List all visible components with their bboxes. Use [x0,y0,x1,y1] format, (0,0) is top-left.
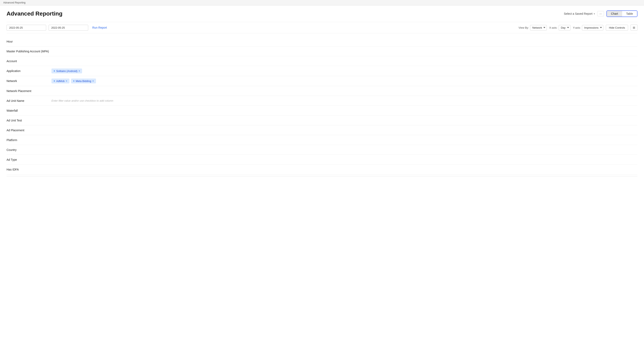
plus-icon: + [73,79,75,83]
filter-value-area: Enter filter value and/or use checkbox t… [52,99,113,102]
filter-tag[interactable]: +Solitaire (Android)× [52,69,82,73]
filter-label: Network Placement [6,89,52,93]
page-title: Advanced Reporting [6,11,62,17]
filter-row[interactable]: Ad Type [6,155,638,164]
filter-label: Application [6,69,52,73]
remove-tag-icon[interactable]: × [78,70,80,72]
remove-tag-icon[interactable]: × [66,80,67,82]
yaxis-group: Y-axis: Impressions [573,25,604,31]
filter-row[interactable]: Ad Unit NameEnter filter value and/or us… [6,96,638,106]
filter-rows: HourMaster Publishing Account (MPA)Accou… [6,37,638,175]
filter-row[interactable]: Network+AdMob×+Meta Bidding× [6,76,638,86]
filter-label: Waterfall [6,109,52,112]
filter-label: Has IDFA [6,168,52,171]
xaxis-label: X-axis: [549,26,558,29]
bottom-bar [6,176,638,179]
saved-report-label: Select a Saved Report [564,12,592,15]
filter-row[interactable]: Application+Solitaire (Android)× [6,66,638,76]
filter-label: Master Publishing Account (MPA) [6,50,52,53]
filter-label: Hour [6,40,52,43]
view-by-label: View By: [519,26,529,29]
tag-text: Solitaire (Android) [56,70,78,73]
filter-row[interactable]: Account [6,56,638,66]
header-right: Select a Saved Report ▾ ··· Chart Table [564,11,638,17]
dots-menu-button[interactable]: ··· [597,11,604,16]
remove-tag-icon[interactable]: × [92,80,94,82]
browser-title: Advanced Reporting [3,1,26,4]
filter-label: Ad Unit Name [6,99,52,102]
filter-placeholder: Enter filter value and/or use checkbox t… [52,99,113,102]
filter-label: Ad Type [6,158,52,161]
view-by-select[interactable]: Network [530,25,547,31]
yaxis-select[interactable]: Impressions [582,25,603,31]
filter-value-area: +AdMob×+Meta Bidding× [52,79,96,83]
filter-row[interactable]: Platform [6,135,638,145]
page-container: Advanced Reporting Select a Saved Report… [0,6,644,184]
date-from-input[interactable] [6,25,46,31]
saved-report-selector[interactable]: Select a Saved Report ▾ [564,12,595,15]
filter-row[interactable]: Hour [6,37,638,46]
filter-tag[interactable]: +AdMob× [52,79,70,83]
tag-text: AdMob [56,80,64,83]
tag-text: Meta Bidding [76,80,91,83]
xaxis-group: X-axis: Day [549,25,570,31]
xaxis-select[interactable]: Day [559,25,570,31]
table-view-button[interactable]: Table [622,11,637,17]
date-to-input[interactable] [48,25,88,31]
view-toggle: Chart Table [606,11,638,17]
filter-row[interactable]: Master Publishing Account (MPA) [6,46,638,56]
filter-row[interactable]: Ad Placement [6,125,638,135]
chart-view-button[interactable]: Chart [607,11,622,17]
filter-row[interactable]: Ad Unit Test [6,115,638,125]
filter-label: Network [6,79,52,83]
filter-tag[interactable]: +Meta Bidding× [71,79,96,83]
controls-bar: Run Report View By: Network X-axis: Day … [6,22,638,33]
filter-row[interactable]: Network Placement [6,86,638,96]
plus-icon: + [54,79,55,83]
filter-label: Ad Placement [6,129,52,132]
filter-row[interactable]: Country [6,145,638,155]
chevron-down-icon: ▾ [594,13,595,15]
view-by-group: View By: Network [519,25,547,31]
filter-label: Account [6,60,52,63]
plus-icon: + [54,69,55,73]
yaxis-label: Y-axis: [573,26,581,29]
table-icon-button[interactable]: ⊞ [630,25,638,31]
filter-row[interactable]: Waterfall [6,106,638,115]
filter-label: Platform [6,138,52,142]
run-report-button[interactable]: Run Report [91,25,109,31]
filter-value-area: +Solitaire (Android)× [52,69,82,73]
browser-bar: Advanced Reporting [0,0,644,6]
table-icon: ⊞ [633,26,635,29]
page-header: Advanced Reporting Select a Saved Report… [6,11,638,17]
filter-label: Ad Unit Test [6,119,52,122]
filter-row[interactable]: Has IDFA [6,164,638,175]
filter-label: Country [6,148,52,151]
hide-controls-button[interactable]: Hide Controls [606,25,628,31]
